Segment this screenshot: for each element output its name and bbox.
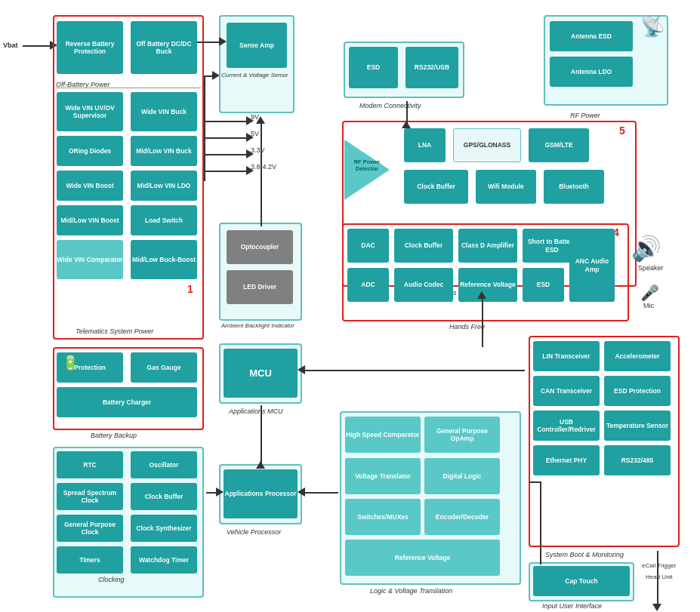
off-battery-buck-block: Off Battery DC/DC Buck: [131, 21, 197, 74]
rs232-485-block: RS232/485: [604, 445, 671, 475]
usb-controller-block: USB Controller/Redriver: [533, 411, 600, 441]
diagram: Vbat 1 Off-Battery Power Reverse Battery…: [0, 0, 700, 612]
section1-number: 1: [187, 283, 193, 295]
modem-label: Modem Connectivity: [359, 102, 421, 109]
gps-block: GPS/GLONASS: [453, 128, 521, 162]
battery-icon: 🔋: [62, 355, 79, 371]
antenna-esd-block: Antenna ESD: [550, 21, 633, 51]
ref-voltage-logic-block: Reference Voltage: [345, 540, 500, 576]
antenna-icon: 📡: [640, 15, 665, 38]
high-speed-comp-block: High Speed Comparator: [345, 417, 421, 453]
voltage-5v: 5V: [251, 130, 259, 137]
accelerometer-block: Accelerometer: [604, 341, 671, 371]
down-arrow-mcu-ap: [256, 461, 265, 469]
timers-block: Timers: [57, 546, 123, 574]
gas-gauge-block: Gas Gauge: [131, 352, 197, 383]
head-unit-label: Head Unit: [646, 574, 673, 580]
cap-touch-block: Cap Touch: [533, 566, 630, 596]
rs232-usb-block: RS232/USB: [406, 47, 458, 88]
ethernet-phy-block: Ethernet PHY: [533, 445, 600, 475]
spread-spectrum-block: Spread Spectrum Clock: [57, 483, 123, 510]
sense-label: Current & Voltage Sense: [221, 72, 288, 78]
oscillator-block: Oscillator: [131, 451, 197, 478]
esd-modem-block: ESD: [349, 47, 398, 88]
wifi-module-block: Wifi Module: [476, 170, 536, 204]
rf-power-detector-label: RF Power Detector: [344, 158, 390, 172]
rf-power-label: RF Power: [570, 112, 600, 119]
switches-muxes-block: Switches/MUXes: [345, 499, 421, 535]
app-processor-label: Vehicle Processor: [227, 528, 281, 536]
rtc-block: RTC: [57, 451, 123, 478]
encoder-decoder-block: Encoder/Decoder: [424, 499, 500, 535]
optocoupler-block: Optocoupler: [227, 230, 293, 264]
voltage-38v: 3.8-4.2V: [251, 163, 276, 171]
clock-synthesizer-block: Clock Synthesizer: [131, 515, 197, 542]
led-driver-block: LED Driver: [227, 270, 293, 304]
section2-label: Battery Backup: [91, 432, 137, 439]
logic-label: Logic & Voltage Translation: [370, 587, 452, 595]
esd-hf-block: ESD: [523, 268, 564, 302]
general-purpose-clock-block: General Purpose Clock: [57, 515, 123, 542]
lna-block: LNA: [404, 128, 446, 162]
ambient-label: Ambient Backlight Indicator: [221, 322, 294, 329]
clocking-label: Clocking: [98, 576, 125, 583]
clock-buffer-hf-block: Clock Buffer: [394, 229, 453, 263]
gsm-lte-block: GSM/LTE: [529, 128, 589, 162]
general-purpose-opamp-block: General Purpose OpAmp: [424, 417, 500, 453]
app-processor-block: Applications Processor: [224, 469, 298, 518]
mic-label: Mic: [643, 302, 654, 309]
up-arrow-ambient: [256, 116, 265, 124]
down-arrow-head-unit: [652, 604, 661, 611]
lin-transceiver-block: LIN Transceiver: [533, 341, 600, 371]
mid-low-vin-boost-block: Mid/Low VIN Boost: [57, 205, 123, 235]
temp-sensor-block: Temperature Sensor: [604, 411, 671, 441]
reverse-battery-block: Reverse Battery Protection: [57, 21, 123, 74]
speaker-icon: 🔊: [631, 234, 661, 263]
mcu-label: Applications MCU: [229, 407, 283, 415]
oring-diodes-block: ORing Diodes: [57, 136, 123, 166]
anc-audio-amp-block: ANC Audio Amp: [569, 229, 615, 302]
section1-label: Telematics System Power: [76, 328, 153, 335]
voltage-33v: 3.3V: [251, 146, 265, 154]
adc-block: ADC: [347, 268, 389, 302]
vbat-label: Vbat: [3, 42, 18, 49]
wide-vin-comparator-block: Wide VIN Comparator: [57, 240, 123, 279]
mid-low-vin-buck-block: Mid/Low VIN Buck: [131, 136, 197, 166]
watchdog-timer-block: Watchdog Timer: [131, 546, 197, 574]
digital-logic-block: Digital Logic: [424, 458, 500, 494]
class-d-amp-block: Class D Amplifier: [458, 229, 517, 263]
input-ui-label: Input User Interface: [542, 602, 602, 610]
down-arrow-modem-s5: [402, 121, 411, 128]
can-transceiver-block: CAN Transceiver: [533, 376, 600, 406]
battery-charger-block: Battery Charger: [57, 387, 197, 417]
ecall-label: eCall Trigger: [642, 562, 676, 569]
mid-low-vin-ldo-block: Mid/Low VIN LDO: [131, 171, 197, 201]
esd-protection-block: ESD Protection: [604, 376, 671, 406]
clock-buffer-wireless-block: Clock Buffer: [404, 170, 468, 204]
section3-label: System Boot & Monitoring: [545, 551, 624, 558]
audio-codec-block: Audio Codec: [394, 268, 453, 302]
antenna-ldo-block: Antenna LDO: [550, 57, 633, 87]
mid-low-buck-boost-block: Mid/Low Buck-Boost: [131, 240, 197, 279]
wide-vin-supervisor-block: Wide VIN UV/OV Supervisor: [57, 92, 123, 131]
section4-label: Hands Free: [449, 323, 485, 331]
mcu-block: MCU: [224, 349, 298, 398]
load-switch-block: Load Switch: [131, 205, 197, 235]
wide-vin-buck-block: Wide VIN Buck: [131, 92, 197, 131]
ref-voltage-hf-block: Reference Voltage: [458, 268, 517, 302]
bluetooth-block: Bluetooth: [544, 170, 604, 204]
speaker-label: Speaker: [638, 264, 664, 272]
sense-amp-block: Sense Amp: [227, 23, 287, 68]
wide-vin-boost-block: Wide VIN Boost: [57, 171, 123, 201]
dac-block: DAC: [347, 229, 389, 263]
section5-number: 5: [619, 125, 625, 137]
up-arrow-s4-s5: [477, 291, 486, 299]
mic-icon: 🎤: [640, 284, 659, 302]
clock-buffer-clocking-block: Clock Buffer: [131, 483, 197, 510]
voltage-translator-block: Voltage Translator: [345, 458, 421, 494]
